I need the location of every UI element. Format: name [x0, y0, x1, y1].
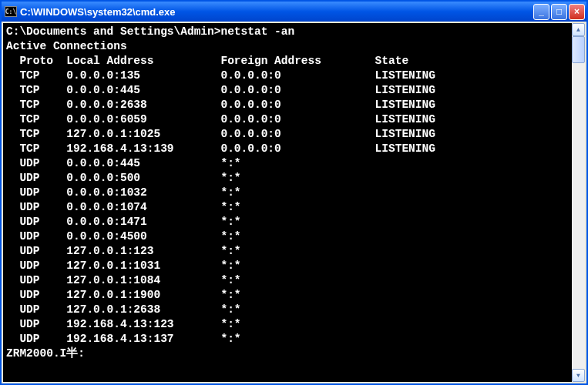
terminal-output[interactable]: C:\Documents and Settings\Admin>netstat …	[3, 23, 572, 382]
connection-row: UDP 0.0.0.0:4500 *:*	[6, 229, 569, 244]
connection-row: TCP 192.168.4.13:139 0.0.0.0:0 LISTENING	[6, 142, 569, 156]
connection-row: UDP 127.0.0.1:1031 *:*	[6, 259, 569, 273]
prompt-line: C:\Documents and Settings\Admin>netstat …	[6, 25, 569, 39]
connection-row: UDP 0.0.0.0:445 *:*	[6, 156, 569, 171]
maximize-button[interactable]: □	[551, 4, 567, 20]
connection-row: TCP 0.0.0.0:2638 0.0.0.0:0 LISTENING	[6, 98, 569, 112]
connection-row: UDP 192.168.4.13:137 *:*	[6, 332, 569, 346]
minimize-button[interactable]: _	[533, 4, 549, 20]
titlebar-buttons: _ □ ×	[533, 4, 585, 20]
connection-row: UDP 192.168.4.13:123 *:*	[6, 317, 569, 332]
connection-row: UDP 127.0.0.1:1084 *:*	[6, 273, 569, 288]
scroll-down-button[interactable]: ▼	[572, 369, 585, 382]
scroll-thumb[interactable]	[572, 36, 585, 63]
connection-row: UDP 0.0.0.0:1074 *:*	[6, 200, 569, 215]
cmd-window: C:\ C:\WINDOWS\system32\cmd.exe _ □ × C:…	[0, 0, 588, 385]
connection-row: UDP 127.0.0.1:123 *:*	[6, 244, 569, 259]
connection-row: UDP 127.0.0.1:2638 *:*	[6, 303, 569, 317]
scroll-up-button[interactable]: ▲	[572, 23, 585, 36]
column-header: Proto Local Address Foreign Address Stat…	[6, 54, 569, 69]
connection-row: UDP 127.0.0.1:1900 *:*	[6, 288, 569, 303]
connection-row: TCP 0.0.0.0:135 0.0.0.0:0 LISTENING	[6, 69, 569, 83]
connection-row: TCP 0.0.0.0:6059 0.0.0.0:0 LISTENING	[6, 112, 569, 127]
connection-row: TCP 0.0.0.0:445 0.0.0.0:0 LISTENING	[6, 83, 569, 98]
close-button[interactable]: ×	[569, 4, 585, 20]
section-header: Active Connections	[6, 39, 569, 54]
titlebar[interactable]: C:\ C:\WINDOWS\system32\cmd.exe _ □ ×	[2, 2, 586, 22]
vertical-scrollbar[interactable]: ▲ ▼	[572, 23, 585, 382]
client-area: C:\Documents and Settings\Admin>netstat …	[2, 22, 586, 383]
connection-row: UDP 0.0.0.0:1471 *:*	[6, 215, 569, 229]
connection-row: UDP 0.0.0.0:500 *:*	[6, 171, 569, 186]
connection-row: TCP 127.0.0.1:1025 0.0.0.0:0 LISTENING	[6, 127, 569, 142]
connection-row: UDP 0.0.0.0:1032 *:*	[6, 186, 569, 200]
cmd-icon: C:\	[5, 6, 17, 17]
ime-footer: ZRM2000.I半:	[6, 346, 569, 361]
scroll-track[interactable]	[572, 36, 585, 369]
window-title: C:\WINDOWS\system32\cmd.exe	[20, 6, 533, 18]
